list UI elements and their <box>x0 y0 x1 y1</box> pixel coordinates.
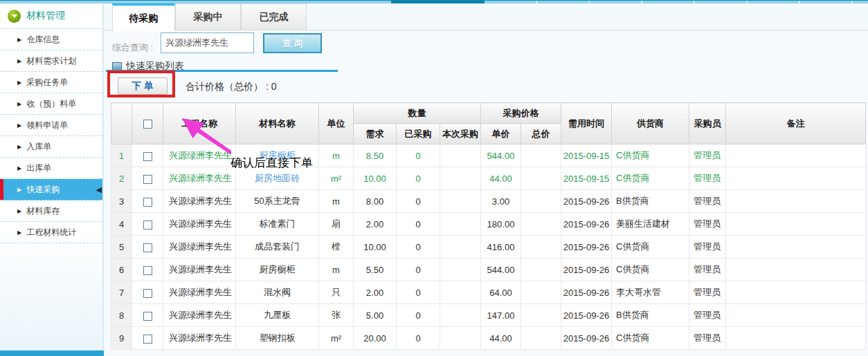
caret-right-icon: ▶ <box>17 187 21 193</box>
unit-cell: 樘 <box>319 236 354 259</box>
project-name-cell: 兴源绿洲李先生 <box>163 327 236 350</box>
row-checkbox[interactable] <box>143 198 152 207</box>
row-checkbox[interactable] <box>143 221 152 229</box>
need-date-cell: 2015-09-26 <box>561 327 612 350</box>
supplier-cell: C供货商 <box>612 167 689 190</box>
material-name-link[interactable]: 塑钢扣板 <box>236 327 319 350</box>
sidebar-item-0[interactable]: ▶仓库信息 <box>0 29 102 50</box>
tab-1[interactable]: 采购中 <box>175 3 241 30</box>
demand-cell: 8.50 <box>354 144 397 167</box>
this-purchase-cell <box>440 144 481 167</box>
price-group-header: 采购价格 <box>481 103 561 124</box>
unit-cell: 张 <box>319 304 354 327</box>
supplier-cell: 美丽生活建材 <box>612 213 689 236</box>
unit-price-cell: 44.00 <box>481 327 521 350</box>
this-purchase-cell <box>440 213 481 236</box>
material-name-link[interactable]: 标准素门 <box>236 213 319 236</box>
sidebar-item-6[interactable]: ▶出库单 <box>0 158 102 179</box>
unit-cell: m² <box>319 167 354 190</box>
unit-header: 单位 <box>319 103 354 144</box>
query-button[interactable]: 查 询 <box>263 33 322 53</box>
row-checkbox[interactable] <box>143 289 152 298</box>
this-purchase-cell <box>440 281 481 304</box>
purchased-cell: 0 <box>397 167 440 190</box>
tab-0[interactable]: 待采购 <box>112 3 175 31</box>
material-name-header: 材料名称 <box>236 103 319 144</box>
material-name-link[interactable]: 九厘板 <box>236 304 319 327</box>
sidebar-item-5[interactable]: ▶入库单 <box>0 136 102 158</box>
project-name-cell: 兴源绿洲李先生 <box>163 167 236 190</box>
row-checkbox[interactable] <box>143 152 152 161</box>
project-name-cell: 兴源绿洲李先生 <box>163 144 236 167</box>
remark-cell <box>726 327 866 350</box>
this-purchase-cell <box>440 327 481 350</box>
material-name-link[interactable]: 厨房橱柜 <box>236 144 319 167</box>
select-all-checkbox[interactable] <box>143 120 152 129</box>
purchased-cell: 0 <box>397 304 440 327</box>
sidebar-item-label: 工程材料统计 <box>26 227 76 238</box>
material-name-link[interactable]: 成品套装门 <box>236 236 319 259</box>
row-checkbox[interactable] <box>143 312 152 321</box>
row-checkbox[interactable] <box>143 243 152 252</box>
buyer-cell: 管理员 <box>689 259 726 281</box>
unit-price-cell: 3.00 <box>481 190 521 213</box>
need-date-cell: 2015-09-15 <box>561 144 612 167</box>
sidebar-item-3[interactable]: ▶收（预）料单 <box>0 93 102 115</box>
this-purchase-cell <box>440 259 481 281</box>
sidebar-item-label: 材料库存 <box>26 205 60 217</box>
sidebar-item-8[interactable]: ▶材料库存 <box>0 200 102 222</box>
this-purchase-cell <box>440 236 481 259</box>
row-checkbox[interactable] <box>143 335 152 344</box>
tab-2[interactable]: 已完成 <box>241 3 307 30</box>
project-name-cell: 兴源绿洲李先生 <box>163 236 236 259</box>
material-name-link[interactable]: 50系主龙骨 <box>236 190 319 213</box>
quantity-group-header: 数量 <box>354 103 481 124</box>
row-number-cell: 1 <box>111 144 132 167</box>
sidebar-item-label: 出库单 <box>26 162 51 174</box>
row-checkbox[interactable] <box>143 175 152 184</box>
project-name-cell: 兴源绿洲李先生 <box>163 190 236 213</box>
buyer-cell: 管理员 <box>689 281 726 304</box>
remark-cell <box>726 213 866 236</box>
table-row: 7兴源绿洲李先生混水阀只2.00064.002015-09-26李大哥水管管理员 <box>111 281 866 304</box>
place-order-button[interactable]: 下 单 <box>118 77 168 95</box>
sidebar: 材料管理 ▶仓库信息▶材料需求计划▶采购任务单▶收（预）料单▶领料申请单▶入库单… <box>0 3 104 350</box>
material-name-link[interactable]: 混水阀 <box>236 281 319 304</box>
need-date-cell: 2015-09-26 <box>561 190 612 213</box>
sidebar-item-label: 收（预）料单 <box>26 98 76 110</box>
total-price-cell <box>521 281 561 304</box>
sidebar-item-7[interactable]: ▶快速采购◀ <box>0 179 102 200</box>
project-name-cell: 兴源绿洲李先生 <box>163 259 236 281</box>
sidebar-item-9[interactable]: ▶工程材料统计 <box>0 222 102 243</box>
select-all-header <box>132 103 163 144</box>
this-purchase-cell <box>440 304 481 327</box>
remark-cell <box>726 236 866 259</box>
remark-header: 备注 <box>726 103 866 144</box>
purchased-header: 已采购 <box>397 124 440 144</box>
need-date-cell: 2015-09-26 <box>561 236 612 259</box>
total-price-cell <box>521 167 561 190</box>
row-number-cell: 7 <box>111 281 132 304</box>
row-number-header <box>111 103 132 144</box>
sidebar-item-label: 领料申请单 <box>26 120 68 131</box>
remark-cell <box>726 144 866 167</box>
sidebar-item-1[interactable]: ▶材料需求计划 <box>0 50 102 72</box>
search-input[interactable] <box>161 32 254 53</box>
table-row: 3兴源绿洲李先生50系主龙骨m8.0003.002015-09-26B供货商管理… <box>111 190 866 213</box>
sidebar-item-2[interactable]: ▶采购任务单 <box>0 72 102 93</box>
total-price-cell <box>521 144 561 167</box>
supplier-header: 供货商 <box>612 103 689 144</box>
unit-price-header: 单价 <box>481 124 521 144</box>
module-collapse-icon[interactable] <box>8 10 21 23</box>
supplier-cell: C供货商 <box>612 236 689 259</box>
sidebar-header[interactable]: 材料管理 <box>0 3 102 29</box>
unit-price-cell: 44.00 <box>481 167 521 190</box>
material-name-link[interactable]: 厨房地面砖 <box>236 167 319 190</box>
sidebar-item-4[interactable]: ▶领料申请单 <box>0 115 102 136</box>
material-name-link[interactable]: 厨房橱柜 <box>236 259 319 281</box>
table-row: 4兴源绿洲李先生标准素门扇2.000180.002015-09-26美丽生活建材… <box>111 213 866 236</box>
sidebar-item-label: 仓库信息 <box>26 34 60 46</box>
row-checkbox[interactable] <box>143 266 152 275</box>
row-number-cell: 2 <box>111 167 132 190</box>
demand-cell: 8.00 <box>354 190 397 213</box>
